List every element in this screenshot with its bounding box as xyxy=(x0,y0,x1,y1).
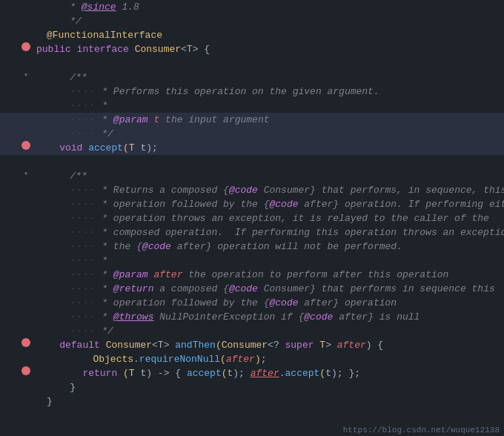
code-text: */ xyxy=(44,14,504,28)
code-line: ···· * @return a composed {@code Consume… xyxy=(0,282,504,296)
code-text: * @since 1.8 xyxy=(44,0,504,14)
breakpoint-indicator[interactable] xyxy=(21,366,30,375)
line-gutter xyxy=(0,14,33,23)
code-text: ···· * operation throws an exception, it… xyxy=(44,211,504,225)
fold-icon[interactable] xyxy=(21,240,30,248)
fold-icon[interactable] xyxy=(21,268,30,277)
line-gutter xyxy=(0,127,33,136)
fold-icon[interactable] xyxy=(21,155,30,164)
code-line: ···· * xyxy=(0,99,504,113)
code-line: ···· * operation throws an exception, it… xyxy=(0,211,504,225)
fold-icon[interactable] xyxy=(21,394,30,403)
fold-icon[interactable] xyxy=(21,282,30,291)
code-text: ···· * xyxy=(44,254,504,268)
fold-icon[interactable] xyxy=(21,197,30,206)
code-text: ···· * composed operation. If performing… xyxy=(44,225,504,240)
fold-icon[interactable] xyxy=(21,127,30,136)
fold-icon[interactable] xyxy=(21,0,30,9)
code-line: ···· * @throws NullPointerException if {… xyxy=(0,310,504,324)
code-text: } xyxy=(44,380,504,394)
code-text: ···· * xyxy=(44,99,504,113)
code-line: Objects.requireNonNull(after); xyxy=(0,352,504,366)
line-gutter xyxy=(0,113,33,122)
code-line: return (T t) -> { accept(t); after.accep… xyxy=(0,366,504,380)
line-gutter xyxy=(0,310,33,319)
line-gutter xyxy=(0,183,33,192)
line-gutter xyxy=(0,380,33,389)
code-line: ▾ /** xyxy=(0,169,504,183)
code-text: ···· * operation followed by the {@code … xyxy=(44,197,504,211)
line-gutter xyxy=(0,352,33,361)
code-text: void accept(T t); xyxy=(33,141,504,155)
code-text: ···· * Performs this operation on the gi… xyxy=(44,85,504,99)
line-gutter xyxy=(0,211,33,220)
line-gutter xyxy=(0,282,33,291)
fold-icon[interactable]: ▾ xyxy=(21,169,30,178)
code-text: ···· * @param t the input argument xyxy=(44,113,504,127)
code-line: ···· * xyxy=(0,254,504,268)
breakpoint-indicator[interactable] xyxy=(21,338,30,347)
fold-icon[interactable] xyxy=(21,352,30,361)
fold-icon[interactable] xyxy=(21,380,30,389)
code-text: default Consumer<T> andThen(Consumer<? s… xyxy=(33,338,504,352)
breakpoint-indicator[interactable] xyxy=(21,42,30,51)
code-editor: * @since 1.8 */ @FunctionalInterface pub… xyxy=(0,0,504,436)
code-text: public interface Consumer<T> { xyxy=(33,42,504,56)
line-gutter xyxy=(0,324,33,333)
code-line: public interface Consumer<T> { xyxy=(0,42,504,56)
code-line: ···· * Returns a composed {@code Consume… xyxy=(0,183,504,197)
code-line: */ xyxy=(0,14,504,28)
code-text: ···· */ xyxy=(44,324,504,338)
code-text xyxy=(44,56,504,70)
fold-icon[interactable] xyxy=(21,113,30,122)
fold-icon[interactable] xyxy=(21,56,30,65)
fold-icon[interactable] xyxy=(21,324,30,333)
code-text: /** xyxy=(44,70,504,85)
code-text: ···· * operation followed by the {@code … xyxy=(44,296,504,310)
code-text: ···· */ xyxy=(44,127,504,141)
line-gutter xyxy=(0,296,33,305)
code-text: ···· * Returns a composed {@code Consume… xyxy=(44,183,504,197)
fold-icon[interactable] xyxy=(21,99,30,108)
code-line: ···· * @param after the operation to per… xyxy=(0,268,504,282)
line-gutter xyxy=(0,141,33,150)
line-gutter xyxy=(0,0,33,9)
fold-icon[interactable] xyxy=(21,296,30,305)
code-line: ···· * Performs this operation on the gi… xyxy=(0,85,504,99)
code-text: @FunctionalInterface xyxy=(44,28,504,42)
code-line xyxy=(0,56,504,70)
fold-icon[interactable] xyxy=(21,225,30,234)
code-line xyxy=(0,155,504,169)
code-text: return (T t) -> { accept(t); after.accep… xyxy=(33,366,504,380)
fold-icon[interactable] xyxy=(21,85,30,93)
fold-icon[interactable] xyxy=(21,28,30,37)
code-line: default Consumer<T> andThen(Consumer<? s… xyxy=(0,338,504,352)
line-gutter xyxy=(0,155,33,164)
line-gutter xyxy=(0,197,33,206)
fold-icon[interactable] xyxy=(21,254,30,262)
code-line: ···· * operation followed by the {@code … xyxy=(0,296,504,310)
fold-icon[interactable] xyxy=(21,310,30,319)
code-line: ···· * operation followed by the {@code … xyxy=(0,197,504,211)
fold-icon[interactable] xyxy=(21,211,30,220)
code-line: ···· * composed operation. If performing… xyxy=(0,225,504,240)
code-line: } xyxy=(0,394,504,409)
line-gutter xyxy=(0,240,33,248)
line-gutter xyxy=(0,394,33,403)
fold-icon[interactable]: ▾ xyxy=(21,70,30,79)
code-line: * @since 1.8 xyxy=(0,0,504,14)
code-text: ···· * the {@code after} operation will … xyxy=(44,240,504,254)
code-line: ···· * the {@code after} operation will … xyxy=(0,240,504,254)
breakpoint-indicator[interactable] xyxy=(21,141,30,150)
fold-icon[interactable] xyxy=(21,183,30,192)
code-line: void accept(T t); xyxy=(0,141,504,155)
code-line: ···· */ xyxy=(0,127,504,141)
footer-url: https://blog.csdn.net/wuque12138 xyxy=(339,424,504,436)
code-line: ···· */ xyxy=(0,324,504,338)
line-gutter xyxy=(0,56,33,65)
line-gutter: ▾ xyxy=(0,70,33,79)
code-text: Objects.requireNonNull(after); xyxy=(44,352,504,366)
code-text: ···· * @return a composed {@code Consume… xyxy=(44,282,504,296)
fold-icon[interactable] xyxy=(21,14,30,23)
code-line: ···· * @param t the input argument xyxy=(0,113,504,127)
